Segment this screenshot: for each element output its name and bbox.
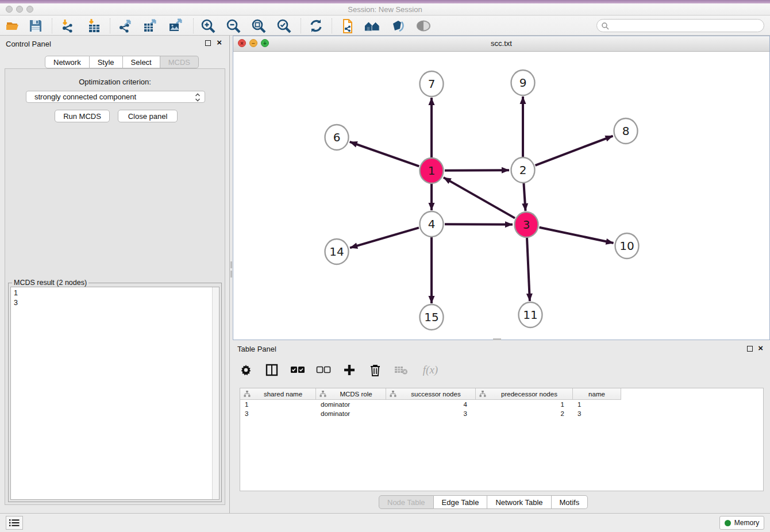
mcds-result-title: MCDS result (2 nodes) bbox=[12, 279, 88, 287]
graph-edge-3-10[interactable] bbox=[540, 228, 614, 243]
graph-edge-3-1[interactable] bbox=[444, 178, 515, 218]
table-toolbar: f(x) bbox=[237, 358, 442, 381]
tab-network-table[interactable]: Network Table bbox=[487, 495, 551, 509]
home-icon[interactable] bbox=[364, 18, 380, 34]
export-network-icon[interactable] bbox=[117, 18, 133, 34]
graph-edge-1-2[interactable] bbox=[445, 170, 509, 171]
tab-network[interactable]: Network bbox=[45, 56, 90, 68]
network-document-icon[interactable] bbox=[339, 18, 355, 34]
graph-edge-1-6[interactable] bbox=[350, 142, 419, 166]
table-body: 1dominator4113dominator323 bbox=[240, 400, 763, 418]
cell-mcds-role[interactable]: dominator bbox=[316, 400, 386, 409]
mcds-panel: Optimization criterion: strongly connect… bbox=[5, 68, 225, 505]
table-row[interactable]: 1dominator411 bbox=[240, 400, 763, 409]
toolbar-separator bbox=[52, 18, 52, 33]
import-table-icon[interactable] bbox=[86, 18, 102, 34]
cell-predecessor-nodes[interactable]: 1 bbox=[476, 400, 573, 409]
import-network-icon[interactable] bbox=[60, 18, 76, 34]
column-type-icon bbox=[479, 391, 486, 397]
mcds-result-box: MCDS result (2 nodes) 1 3 bbox=[8, 283, 222, 502]
float-table-panel-icon[interactable] bbox=[747, 346, 753, 352]
refresh-icon[interactable] bbox=[308, 18, 324, 34]
control-panel: Control Panel × Network Style Select MCD… bbox=[0, 36, 230, 513]
show-graphics-details-icon[interactable] bbox=[415, 18, 432, 34]
tab-mcds[interactable]: MCDS bbox=[160, 56, 199, 68]
app-titlebar[interactable]: Session: New Session bbox=[0, 3, 770, 16]
select-all-icon[interactable] bbox=[289, 361, 306, 379]
memory-status-icon bbox=[725, 520, 731, 526]
tab-select[interactable]: Select bbox=[123, 56, 160, 68]
search-input[interactable] bbox=[609, 21, 764, 31]
task-history-button[interactable] bbox=[6, 516, 23, 530]
toolbar-separator bbox=[301, 18, 301, 33]
cell-successor-nodes[interactable]: 3 bbox=[386, 409, 476, 418]
save-session-icon[interactable] bbox=[28, 18, 44, 34]
result-scrollbar[interactable] bbox=[212, 287, 219, 499]
graph-edge-4-3[interactable] bbox=[445, 224, 513, 225]
graph-node-label: 14 bbox=[329, 245, 344, 259]
graph-edge-3-11[interactable] bbox=[527, 238, 530, 301]
dropdown-value: strongly connected component bbox=[34, 92, 136, 101]
close-panel-icon[interactable]: × bbox=[217, 38, 222, 47]
column-header-shared-name[interactable]: shared name bbox=[240, 388, 316, 400]
control-panel-title: Control Panel bbox=[6, 40, 51, 48]
node-table[interactable]: shared name MCDS role successor nodes bbox=[240, 388, 764, 491]
toggle-labels-icon[interactable] bbox=[390, 18, 406, 34]
delete-table-icon bbox=[392, 361, 410, 379]
cell-name[interactable]: 3 bbox=[573, 409, 621, 418]
memory-button[interactable]: Memory bbox=[719, 516, 764, 530]
vertical-splitter-handle[interactable] bbox=[230, 271, 232, 277]
graph-node-label: 6 bbox=[333, 130, 341, 144]
column-header-predecessor-nodes[interactable]: predecessor nodes bbox=[476, 388, 573, 400]
column-header-name[interactable]: name bbox=[573, 388, 621, 400]
network-window-titlebar[interactable]: × − + scc.txt bbox=[233, 36, 769, 52]
delete-icon[interactable] bbox=[367, 361, 384, 379]
graph-node-label: 9 bbox=[519, 76, 527, 90]
cell-mcds-role[interactable]: dominator bbox=[316, 409, 386, 418]
column-view-icon[interactable] bbox=[263, 361, 280, 379]
graph-edge-4-14[interactable] bbox=[350, 228, 419, 248]
cell-successor-nodes[interactable]: 4 bbox=[386, 400, 476, 409]
graph-node-label: 8 bbox=[622, 124, 630, 138]
gear-icon[interactable] bbox=[237, 361, 255, 379]
cell-name[interactable]: 1 bbox=[573, 400, 621, 409]
optimization-criterion-select[interactable]: strongly connected component bbox=[26, 91, 205, 103]
toolbar-separator bbox=[193, 18, 194, 33]
tab-style[interactable]: Style bbox=[90, 56, 123, 68]
open-session-icon[interactable] bbox=[5, 18, 21, 34]
zoom-fit-icon[interactable] bbox=[251, 18, 267, 34]
graph-node-label: 7 bbox=[428, 77, 436, 91]
zoom-out-icon[interactable] bbox=[225, 18, 241, 34]
graph-edge-2-8[interactable] bbox=[536, 136, 613, 165]
tab-node-table[interactable]: Node Table bbox=[379, 495, 434, 509]
chevron-updown-icon bbox=[195, 92, 201, 102]
add-icon[interactable] bbox=[341, 361, 358, 379]
float-panel-icon[interactable] bbox=[205, 40, 211, 46]
cell-shared-name[interactable]: 3 bbox=[240, 409, 316, 418]
graph-node-label: 2 bbox=[519, 163, 527, 177]
table-row[interactable]: 3dominator323 bbox=[240, 409, 763, 418]
close-panel-button[interactable]: Close panel bbox=[118, 110, 178, 122]
vertical-splitter-handle[interactable] bbox=[230, 261, 232, 268]
zoom-selected-icon[interactable] bbox=[276, 18, 292, 34]
graph-edge-2-3[interactable] bbox=[523, 183, 525, 211]
network-graph[interactable]: 7968124314101511 bbox=[233, 52, 769, 340]
control-panel-tabs: Network Style Select MCDS bbox=[45, 56, 199, 68]
search-box[interactable] bbox=[596, 19, 764, 32]
mcds-result-area[interactable]: 1 3 bbox=[10, 287, 220, 500]
network-window-title: scc.txt bbox=[233, 39, 769, 48]
column-header-mcds-role[interactable]: MCDS role bbox=[316, 388, 386, 400]
deselect-all-icon[interactable] bbox=[315, 361, 332, 379]
export-table-icon[interactable] bbox=[142, 18, 158, 34]
column-type-icon bbox=[390, 391, 396, 397]
tab-edge-table[interactable]: Edge Table bbox=[434, 495, 488, 509]
close-table-panel-icon[interactable]: × bbox=[758, 344, 763, 353]
export-image-icon[interactable] bbox=[167, 18, 183, 34]
run-mcds-button[interactable]: Run MCDS bbox=[55, 110, 110, 122]
tab-motifs[interactable]: Motifs bbox=[552, 495, 588, 509]
cell-shared-name[interactable]: 1 bbox=[240, 400, 316, 409]
cell-predecessor-nodes[interactable]: 2 bbox=[476, 409, 573, 418]
column-header-successor-nodes[interactable]: successor nodes bbox=[386, 388, 476, 400]
network-canvas[interactable]: 7968124314101511 bbox=[233, 52, 769, 340]
zoom-in-icon[interactable] bbox=[200, 18, 216, 34]
